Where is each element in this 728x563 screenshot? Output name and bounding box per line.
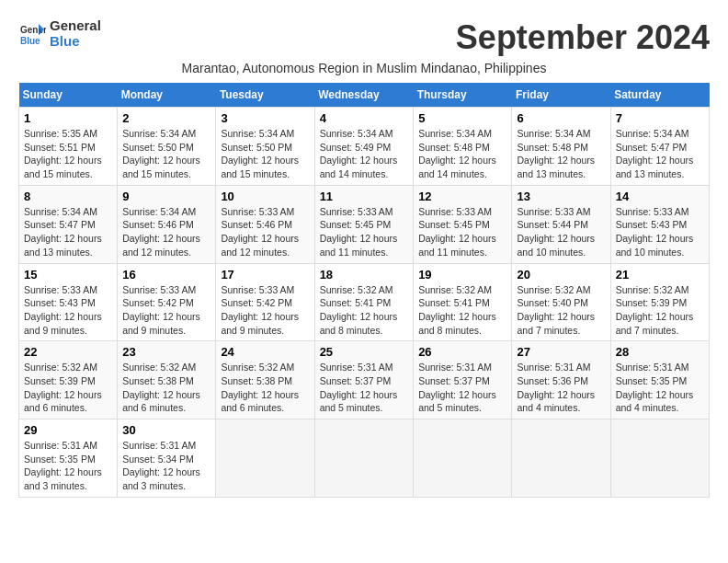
- table-row: 2Sunrise: 5:34 AMSunset: 5:50 PMDaylight…: [118, 108, 216, 186]
- table-row: 29Sunrise: 5:31 AMSunset: 5:35 PMDayligh…: [19, 419, 118, 498]
- table-row: 7Sunrise: 5:34 AMSunset: 5:47 PMDaylight…: [610, 108, 709, 186]
- table-row: 6Sunrise: 5:34 AMSunset: 5:48 PMDaylight…: [512, 108, 610, 186]
- table-row: 9Sunrise: 5:34 AMSunset: 5:46 PMDaylight…: [118, 185, 216, 263]
- col-wednesday: Wednesday: [314, 83, 414, 108]
- col-sunday: Sunday: [19, 83, 118, 108]
- table-row: [216, 419, 314, 498]
- location-title: Marantao, Autonomous Region in Muslim Mi…: [18, 61, 710, 75]
- svg-text:Blue: Blue: [20, 36, 40, 46]
- table-row: [512, 419, 610, 498]
- table-row: 19Sunrise: 5:32 AMSunset: 5:41 PMDayligh…: [414, 263, 512, 341]
- logo-general-text: General: [50, 18, 101, 34]
- calendar-week-1: 1Sunrise: 5:35 AMSunset: 5:51 PMDaylight…: [19, 108, 710, 186]
- table-row: 18Sunrise: 5:32 AMSunset: 5:41 PMDayligh…: [314, 263, 414, 341]
- month-title: September 2024: [456, 18, 710, 57]
- col-tuesday: Tuesday: [216, 83, 314, 108]
- table-row: 13Sunrise: 5:33 AMSunset: 5:44 PMDayligh…: [512, 185, 610, 263]
- table-row: 3Sunrise: 5:34 AMSunset: 5:50 PMDaylight…: [216, 108, 314, 186]
- col-friday: Friday: [512, 83, 610, 108]
- calendar-week-5: 29Sunrise: 5:31 AMSunset: 5:35 PMDayligh…: [19, 419, 710, 498]
- logo: General Blue General Blue: [18, 18, 101, 49]
- table-row: [610, 419, 709, 498]
- table-row: 8Sunrise: 5:34 AMSunset: 5:47 PMDaylight…: [19, 185, 118, 263]
- col-saturday: Saturday: [610, 83, 709, 108]
- calendar-week-2: 8Sunrise: 5:34 AMSunset: 5:47 PMDaylight…: [19, 185, 710, 263]
- table-row: 27Sunrise: 5:31 AMSunset: 5:36 PMDayligh…: [512, 341, 610, 419]
- table-row: 5Sunrise: 5:34 AMSunset: 5:48 PMDaylight…: [414, 108, 512, 186]
- table-row: 21Sunrise: 5:32 AMSunset: 5:39 PMDayligh…: [610, 263, 709, 341]
- col-thursday: Thursday: [414, 83, 512, 108]
- table-row: 26Sunrise: 5:31 AMSunset: 5:37 PMDayligh…: [414, 341, 512, 419]
- calendar-week-4: 22Sunrise: 5:32 AMSunset: 5:39 PMDayligh…: [19, 341, 710, 419]
- table-row: 25Sunrise: 5:31 AMSunset: 5:37 PMDayligh…: [314, 341, 414, 419]
- logo-text: General Blue: [50, 18, 101, 49]
- col-monday: Monday: [118, 83, 216, 108]
- table-row: 16Sunrise: 5:33 AMSunset: 5:42 PMDayligh…: [118, 263, 216, 341]
- calendar-header-row: Sunday Monday Tuesday Wednesday Thursday…: [19, 83, 710, 108]
- table-row: 10Sunrise: 5:33 AMSunset: 5:46 PMDayligh…: [216, 185, 314, 263]
- table-row: 14Sunrise: 5:33 AMSunset: 5:43 PMDayligh…: [610, 185, 709, 263]
- table-row: 22Sunrise: 5:32 AMSunset: 5:39 PMDayligh…: [19, 341, 118, 419]
- logo-icon: General Blue: [18, 20, 46, 48]
- logo-blue-text: Blue: [50, 34, 101, 50]
- table-row: 15Sunrise: 5:33 AMSunset: 5:43 PMDayligh…: [19, 263, 118, 341]
- table-row: [414, 419, 512, 498]
- calendar-week-3: 15Sunrise: 5:33 AMSunset: 5:43 PMDayligh…: [19, 263, 710, 341]
- table-row: 1Sunrise: 5:35 AMSunset: 5:51 PMDaylight…: [19, 108, 118, 186]
- table-row: 23Sunrise: 5:32 AMSunset: 5:38 PMDayligh…: [118, 341, 216, 419]
- table-row: 30Sunrise: 5:31 AMSunset: 5:34 PMDayligh…: [118, 419, 216, 498]
- table-row: 28Sunrise: 5:31 AMSunset: 5:35 PMDayligh…: [610, 341, 709, 419]
- table-row: 17Sunrise: 5:33 AMSunset: 5:42 PMDayligh…: [216, 263, 314, 341]
- table-row: 4Sunrise: 5:34 AMSunset: 5:49 PMDaylight…: [314, 108, 414, 186]
- table-row: 24Sunrise: 5:32 AMSunset: 5:38 PMDayligh…: [216, 341, 314, 419]
- table-row: 11Sunrise: 5:33 AMSunset: 5:45 PMDayligh…: [314, 185, 414, 263]
- table-row: 12Sunrise: 5:33 AMSunset: 5:45 PMDayligh…: [414, 185, 512, 263]
- calendar-table: Sunday Monday Tuesday Wednesday Thursday…: [18, 83, 710, 498]
- table-row: 20Sunrise: 5:32 AMSunset: 5:40 PMDayligh…: [512, 263, 610, 341]
- table-row: [314, 419, 414, 498]
